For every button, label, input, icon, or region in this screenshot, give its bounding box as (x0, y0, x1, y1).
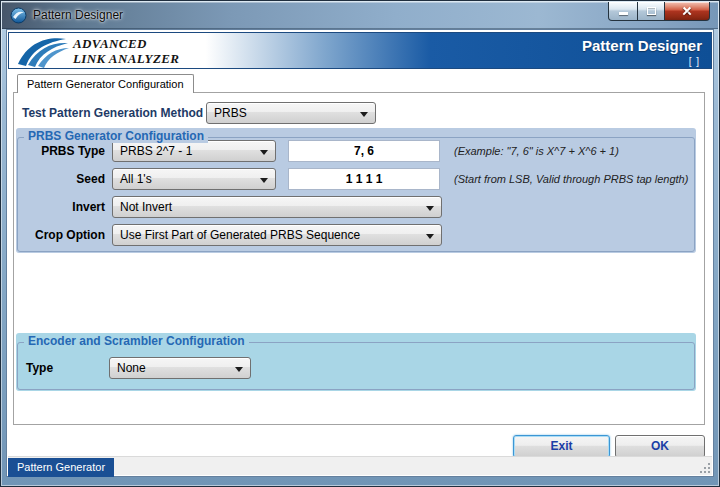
brand-name: ADVANCED LINK ANALYZER (73, 36, 179, 66)
dropdown-arrow-icon (260, 178, 268, 183)
seed-select[interactable]: All 1's (112, 168, 276, 190)
dropdown-arrow-icon (360, 112, 368, 117)
status-bar: Pattern Generator (8, 456, 712, 475)
brand-line1: ADVANCED (73, 36, 179, 51)
invert-label: Invert (16, 196, 105, 218)
prbs-polynomial-hint: (Example: "7, 6" is X^7 + X^6 + 1) (454, 140, 619, 162)
prbs-group-title: PRBS Generator Configuration (24, 129, 208, 143)
close-icon (681, 5, 693, 17)
resize-grip-icon[interactable] (698, 461, 710, 473)
crop-option-label: Crop Option (16, 224, 105, 246)
encoder-group-title: Encoder and Scrambler Configuration (24, 334, 249, 348)
crop-option-value: Use First Part of Generated PRBS Sequenc… (120, 228, 360, 242)
brand-line2: LINK ANALYZER (73, 51, 179, 66)
app-icon (10, 7, 27, 24)
pattern-designer-window: Pattern Designer ADV (0, 0, 720, 487)
dropdown-arrow-icon (426, 206, 434, 211)
dropdown-arrow-icon (260, 150, 268, 155)
minimize-icon (619, 12, 628, 15)
pattern-generator-tab-page: Test Pattern Generation Method PRBS PRBS… (13, 92, 705, 425)
seed-field[interactable]: 1 1 1 1 (288, 168, 440, 190)
dropdown-arrow-icon (235, 367, 243, 372)
dialog-client-area: ADVANCED LINK ANALYZER Pattern Designer … (6, 29, 714, 477)
header-banner: ADVANCED LINK ANALYZER Pattern Designer … (8, 32, 712, 69)
test-pattern-method-value: PRBS (214, 106, 247, 120)
seed-hint: (Start from LSB, Valid through PRBS tap … (454, 168, 688, 190)
window-controls (608, 2, 710, 21)
titlebar[interactable]: Pattern Designer (2, 2, 718, 29)
page-title: Pattern Designer (582, 37, 702, 54)
test-pattern-method-select[interactable]: PRBS (206, 102, 376, 124)
seed-label: Seed (16, 168, 105, 190)
ok-button[interactable]: OK (615, 435, 705, 458)
close-button[interactable] (664, 2, 710, 21)
encoder-scrambler-configuration-group: Encoder and Scrambler Configuration Type… (16, 333, 696, 391)
crop-option-select[interactable]: Use First Part of Generated PRBS Sequenc… (112, 224, 442, 246)
seed-value: All 1's (120, 172, 152, 186)
prbs-polynomial-field[interactable]: 7, 6 (288, 140, 440, 162)
prbs-generator-configuration-group: PRBS Generator Configuration PRBS Type P… (16, 128, 696, 253)
status-badge: Pattern Generator (8, 458, 114, 477)
prbs-type-select[interactable]: PRBS 2^7 - 1 (112, 140, 276, 162)
tab-pattern-generator-configuration[interactable]: Pattern Generator Configuration (17, 74, 194, 93)
invert-select[interactable]: Not Invert (112, 196, 442, 218)
encoder-type-value: None (117, 361, 146, 375)
maximize-icon (647, 7, 656, 15)
dropdown-arrow-icon (426, 234, 434, 239)
test-pattern-method-label: Test Pattern Generation Method (22, 106, 203, 120)
exit-button[interactable]: Exit (513, 435, 610, 458)
page-subtitle: [ ] (689, 56, 700, 67)
encoder-type-label: Type (26, 357, 53, 379)
minimize-button[interactable] (608, 2, 638, 21)
invert-value: Not Invert (120, 200, 172, 214)
prbs-type-value: PRBS 2^7 - 1 (120, 144, 192, 158)
prbs-type-label: PRBS Type (16, 140, 105, 162)
encoder-type-select[interactable]: None (109, 357, 251, 379)
tab-label: Pattern Generator Configuration (27, 78, 184, 90)
window-title: Pattern Designer (33, 8, 123, 22)
brand-swoosh-icon (16, 35, 70, 72)
maximize-button[interactable] (637, 2, 665, 21)
